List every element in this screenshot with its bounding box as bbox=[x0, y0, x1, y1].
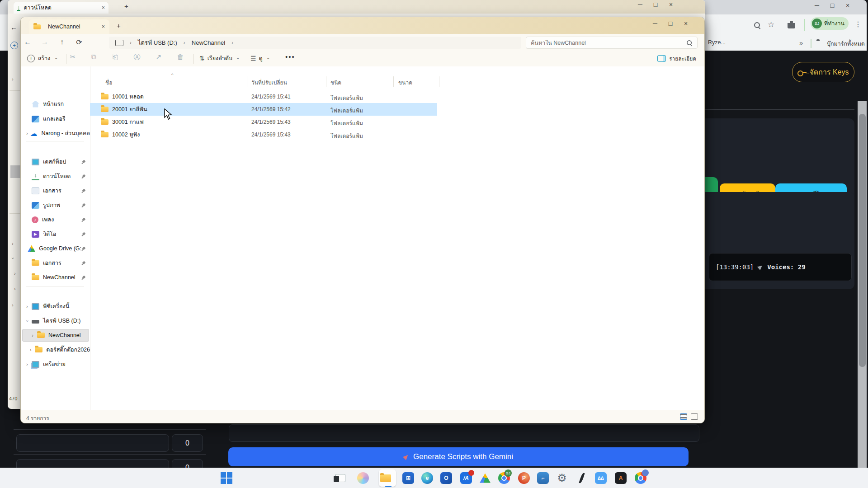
refresh-icon[interactable]: ⟳ bbox=[72, 38, 86, 47]
sliver-scrollbar-thumb[interactable] bbox=[10, 165, 20, 178]
tab-close-icon[interactable]: × bbox=[102, 23, 105, 30]
search-input[interactable]: ค้นหาใน NewChannel bbox=[526, 37, 698, 49]
downloads-minimize-button[interactable]: ─ bbox=[632, 1, 648, 8]
remote-app-button[interactable]: ⌐ bbox=[536, 471, 550, 485]
downloads-tab[interactable]: ↓ ดาวน์โหลด × bbox=[14, 2, 108, 14]
tree-item-network[interactable]: ›เครือข่าย bbox=[21, 358, 90, 371]
sidebar-item-home[interactable]: หน้าแรก bbox=[21, 98, 90, 110]
new-tab-icon[interactable]: + bbox=[117, 22, 121, 29]
more-options-icon[interactable]: ••• bbox=[285, 53, 295, 61]
outlook-button[interactable]: O bbox=[439, 471, 453, 485]
this-pc-icon[interactable] bbox=[115, 40, 123, 46]
chevron-right-icon[interactable]: › bbox=[28, 347, 33, 352]
script-input[interactable] bbox=[229, 424, 699, 442]
page-scrollbar[interactable] bbox=[858, 101, 867, 468]
column-header-name[interactable]: ชื่อ bbox=[105, 78, 112, 87]
chrome-menu-icon[interactable]: ⋮ bbox=[854, 20, 862, 28]
bookmarks-overflow-icon[interactable]: » bbox=[799, 39, 803, 47]
chevron-down-icon[interactable]: › bbox=[25, 318, 30, 324]
back-icon[interactable]: ← bbox=[21, 38, 34, 46]
start-button[interactable] bbox=[220, 471, 233, 485]
breadcrumb-folder[interactable]: NewChannel bbox=[192, 39, 225, 46]
forward-icon[interactable]: → bbox=[38, 38, 52, 46]
chevron-right-icon[interactable]: › bbox=[24, 131, 30, 136]
tree-item-this-pc[interactable]: ›พีซีเครื่องนี้ bbox=[21, 300, 90, 313]
column-divider[interactable] bbox=[393, 76, 394, 87]
chevron-right-icon[interactable]: › bbox=[12, 271, 18, 276]
explorer-tab[interactable]: NewChannel × bbox=[29, 19, 109, 34]
profile-button[interactable]: SJ ที่ทำงาน bbox=[811, 17, 849, 30]
chrome-close-button[interactable]: × bbox=[840, 2, 855, 9]
quill-app-button[interactable] bbox=[575, 471, 589, 485]
generate-scripts-gemini-button[interactable]: Generate Scripts with Gemini bbox=[228, 447, 689, 466]
settings-button[interactable]: ⚙ bbox=[555, 471, 569, 485]
thumbnail-view-toggle[interactable] bbox=[691, 413, 698, 420]
app-ia-button[interactable]: /A bbox=[459, 471, 473, 485]
tree-item-folder-2026[interactable]: ›ดอร์สติ๊กต๊อก2026 bbox=[21, 343, 90, 356]
chevron-right-icon[interactable]: › bbox=[12, 286, 18, 291]
scrollbar-thumb[interactable] bbox=[859, 114, 866, 367]
bookmark-star-icon[interactable]: ☆ bbox=[768, 20, 774, 29]
bookmark-item[interactable]: Ryze... bbox=[708, 39, 726, 46]
chevron-right-icon[interactable]: › bbox=[10, 303, 15, 308]
sidebar-item-onedrive[interactable]: ›☁Narong - ส่วนบุคคล bbox=[21, 127, 90, 140]
file-explorer-button[interactable] bbox=[379, 469, 396, 487]
downloads-maximize-button[interactable]: □ bbox=[648, 1, 663, 8]
details-pane-toggle[interactable]: รายละเอียด bbox=[657, 54, 696, 63]
sidebar-item-desktop[interactable]: เดสก์ท็อป bbox=[21, 155, 90, 168]
all-bookmarks-label[interactable]: บุ๊กมาร์กทั้งหมด bbox=[827, 39, 865, 48]
sort-button[interactable]: ⇅ เรียงลำดับ › bbox=[199, 54, 241, 63]
downloads-close-button[interactable]: × bbox=[663, 1, 679, 8]
chevron-right-icon[interactable]: › bbox=[10, 241, 15, 246]
tree-item-newchannel-selected[interactable]: ›NewChannel bbox=[22, 329, 89, 342]
chevron-down-icon[interactable]: › bbox=[10, 256, 15, 261]
left-input-2[interactable] bbox=[16, 459, 169, 468]
manage-keys-button[interactable]: จัดการ Keys bbox=[792, 62, 854, 82]
paste-icon[interactable]: ⎗ bbox=[109, 53, 121, 61]
tab-close-icon[interactable]: × bbox=[102, 5, 105, 11]
sidebar-item-pictures[interactable]: รูปภาพ bbox=[21, 199, 90, 211]
chrome-secondary-button[interactable] bbox=[634, 471, 647, 485]
task-view-button[interactable] bbox=[334, 471, 347, 485]
back-icon[interactable]: ← bbox=[10, 23, 17, 31]
breadcrumb-drive[interactable]: ไดรฟ์ USB (D:) bbox=[138, 38, 177, 47]
sidebar-item-google-drive[interactable]: Google Drive (G: bbox=[21, 242, 90, 255]
sidebar-item-newchannel-pinned[interactable]: NewChannel bbox=[21, 271, 90, 284]
a-app-button[interactable]: A bbox=[614, 471, 627, 485]
minimize-button[interactable]: ─ bbox=[647, 20, 663, 27]
share-icon[interactable]: ↗ bbox=[153, 53, 165, 61]
column-divider[interactable] bbox=[247, 76, 247, 87]
store-button[interactable]: ⊞ bbox=[401, 471, 415, 485]
sidebar-item-gallery[interactable]: แกลเลอรี bbox=[21, 113, 90, 125]
sidebar-item-documents-folder[interactable]: เอกสาร bbox=[21, 257, 90, 269]
cut-icon[interactable]: ✂ bbox=[67, 53, 79, 61]
google-drive-button[interactable] bbox=[478, 471, 492, 485]
chrome-work-button[interactable]: SJ bbox=[497, 471, 511, 485]
new-tab-icon[interactable]: + bbox=[124, 2, 128, 10]
column-header-type[interactable]: ชนิด bbox=[330, 78, 341, 87]
list-view-toggle[interactable] bbox=[680, 413, 687, 420]
chevron-right-icon[interactable]: › bbox=[24, 362, 30, 367]
column-divider[interactable] bbox=[439, 76, 439, 87]
counter-box-2[interactable]: 0 bbox=[172, 459, 203, 468]
view-button[interactable]: ☰ ดู › bbox=[250, 54, 271, 63]
extensions-icon[interactable] bbox=[788, 21, 795, 28]
delete-icon[interactable]: 🗑 bbox=[175, 53, 186, 61]
close-button[interactable]: × bbox=[678, 20, 693, 27]
edge-button[interactable]: e bbox=[420, 471, 434, 485]
left-input-1[interactable] bbox=[16, 434, 169, 452]
new-icon[interactable]: + bbox=[10, 42, 18, 49]
sidebar-item-documents[interactable]: เอกสาร bbox=[21, 184, 90, 197]
column-header-date[interactable]: วันที่ปรับเปลี่ยน bbox=[251, 78, 287, 87]
delta-app-button[interactable]: ∆∆ bbox=[594, 471, 608, 485]
column-header-size[interactable]: ขนาด bbox=[398, 78, 412, 87]
sidebar-item-downloads[interactable]: ↓ดาวน์โหลด bbox=[21, 170, 90, 183]
copilot-button[interactable] bbox=[356, 471, 370, 485]
copy-icon[interactable]: ⧉ bbox=[88, 53, 99, 61]
powerpoint-button[interactable]: P bbox=[517, 471, 531, 485]
column-divider[interactable] bbox=[326, 76, 326, 87]
sidebar-item-videos[interactable]: ▶วิดีโอ bbox=[21, 228, 90, 240]
chevron-right-icon[interactable]: › bbox=[24, 304, 30, 309]
rename-icon[interactable]: Ⓐ bbox=[131, 53, 143, 61]
chrome-minimize-button[interactable]: ─ bbox=[809, 2, 825, 9]
